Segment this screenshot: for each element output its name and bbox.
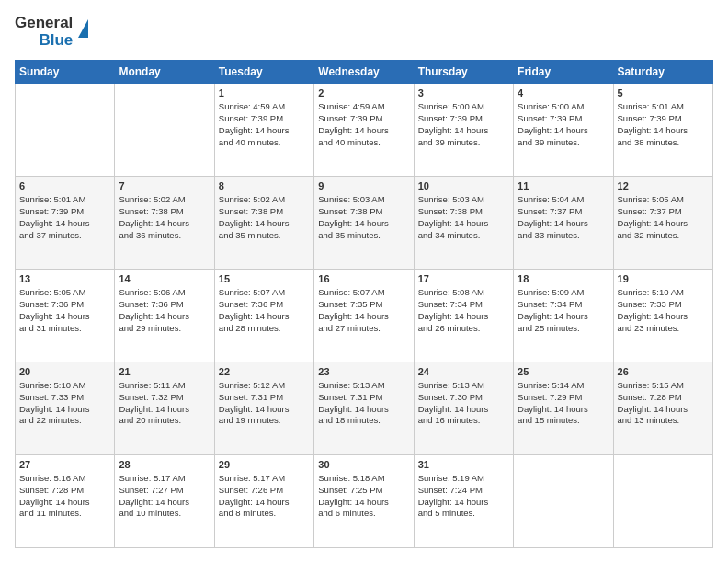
cell-line: Sunset: 7:39 PM xyxy=(219,113,310,125)
cell-line: Daylight: 14 hours xyxy=(418,125,509,137)
cell-line: and 40 minutes. xyxy=(219,137,310,149)
cell-line: Sunset: 7:35 PM xyxy=(318,299,409,311)
day-number: 21 xyxy=(119,365,210,379)
cell-line: Sunrise: 4:59 AM xyxy=(219,101,310,113)
logo-general: General xyxy=(15,15,73,32)
calendar-cell: 14Sunrise: 5:06 AMSunset: 7:36 PMDayligh… xyxy=(115,270,214,362)
day-number: 29 xyxy=(219,458,310,472)
cell-line: Sunset: 7:38 PM xyxy=(219,206,310,218)
calendar-cell xyxy=(613,455,712,548)
cell-line: and 10 minutes. xyxy=(119,508,210,520)
cell-line: Sunset: 7:29 PM xyxy=(518,392,609,404)
cell-line: and 27 minutes. xyxy=(318,323,409,335)
calendar-cell: 24Sunrise: 5:13 AMSunset: 7:30 PMDayligh… xyxy=(414,362,513,455)
calendar-cell: 12Sunrise: 5:05 AMSunset: 7:37 PMDayligh… xyxy=(613,177,712,270)
cell-line: and 36 minutes. xyxy=(119,230,210,242)
cell-line: Sunset: 7:31 PM xyxy=(318,392,409,404)
cell-line: Sunrise: 5:02 AM xyxy=(219,194,310,206)
calendar-cell: 27Sunrise: 5:16 AMSunset: 7:28 PMDayligh… xyxy=(16,455,115,548)
cell-line: Daylight: 14 hours xyxy=(518,311,609,323)
cell-line: Daylight: 14 hours xyxy=(119,218,210,230)
calendar-table: SundayMondayTuesdayWednesdayThursdayFrid… xyxy=(15,60,713,548)
day-number: 17 xyxy=(418,272,509,286)
calendar-cell: 13Sunrise: 5:05 AMSunset: 7:36 PMDayligh… xyxy=(16,270,115,362)
cell-line: Sunset: 7:27 PM xyxy=(119,485,210,497)
cell-line: and 29 minutes. xyxy=(119,323,210,335)
calendar-cell: 8Sunrise: 5:02 AMSunset: 7:38 PMDaylight… xyxy=(214,177,313,270)
cell-line: Sunset: 7:26 PM xyxy=(219,485,310,497)
calendar-cell: 22Sunrise: 5:12 AMSunset: 7:31 PMDayligh… xyxy=(214,362,313,455)
cell-line: and 6 minutes. xyxy=(318,508,409,520)
calendar-cell: 7Sunrise: 5:02 AMSunset: 7:38 PMDaylight… xyxy=(115,177,214,270)
weekday-header: Saturday xyxy=(613,61,712,84)
day-number: 24 xyxy=(418,365,509,379)
cell-line: Sunset: 7:38 PM xyxy=(318,206,409,218)
calendar-cell: 17Sunrise: 5:08 AMSunset: 7:34 PMDayligh… xyxy=(414,270,513,362)
cell-line: Sunrise: 5:13 AM xyxy=(418,380,509,392)
calendar-cell: 29Sunrise: 5:17 AMSunset: 7:26 PMDayligh… xyxy=(214,455,313,548)
cell-line: Sunrise: 5:12 AM xyxy=(219,380,310,392)
cell-line: Daylight: 14 hours xyxy=(518,125,609,137)
cell-line: Sunrise: 5:17 AM xyxy=(119,473,210,485)
weekday-header: Friday xyxy=(514,61,613,84)
cell-line: Sunset: 7:39 PM xyxy=(518,113,609,125)
calendar-cell: 9Sunrise: 5:03 AMSunset: 7:38 PMDaylight… xyxy=(314,177,414,270)
day-number: 27 xyxy=(19,458,110,472)
calendar-cell: 15Sunrise: 5:07 AMSunset: 7:36 PMDayligh… xyxy=(214,270,313,362)
cell-line: Daylight: 14 hours xyxy=(219,311,310,323)
cell-line: Daylight: 14 hours xyxy=(618,218,709,230)
calendar-cell: 25Sunrise: 5:14 AMSunset: 7:29 PMDayligh… xyxy=(514,362,613,455)
cell-line: Daylight: 14 hours xyxy=(219,404,310,416)
cell-line: Daylight: 14 hours xyxy=(518,404,609,416)
cell-line: Sunrise: 5:07 AM xyxy=(318,287,409,299)
cell-line: Sunrise: 5:03 AM xyxy=(318,194,409,206)
cell-line: Sunrise: 5:05 AM xyxy=(19,287,110,299)
cell-line: and 40 minutes. xyxy=(318,137,409,149)
weekday-header: Monday xyxy=(115,61,214,84)
day-number: 5 xyxy=(618,86,709,100)
cell-line: Sunset: 7:34 PM xyxy=(518,299,609,311)
cell-line: and 16 minutes. xyxy=(418,415,509,427)
day-number: 2 xyxy=(318,86,409,100)
cell-line: Daylight: 14 hours xyxy=(119,497,210,509)
cell-line: Daylight: 14 hours xyxy=(19,311,110,323)
cell-line: Sunrise: 5:00 AM xyxy=(418,101,509,113)
cell-line: and 13 minutes. xyxy=(618,415,709,427)
cell-line: Sunset: 7:39 PM xyxy=(418,113,509,125)
cell-line: Daylight: 14 hours xyxy=(119,311,210,323)
day-number: 22 xyxy=(219,365,310,379)
day-number: 4 xyxy=(518,86,609,100)
calendar-cell: 11Sunrise: 5:04 AMSunset: 7:37 PMDayligh… xyxy=(514,177,613,270)
day-number: 19 xyxy=(618,272,709,286)
cell-line: and 39 minutes. xyxy=(418,137,509,149)
cell-line: Sunset: 7:39 PM xyxy=(618,113,709,125)
cell-line: and 39 minutes. xyxy=(518,137,609,149)
cell-line: and 25 minutes. xyxy=(518,323,609,335)
cell-line: Daylight: 14 hours xyxy=(119,404,210,416)
calendar-cell: 30Sunrise: 5:18 AMSunset: 7:25 PMDayligh… xyxy=(314,455,414,548)
logo-triangle-icon xyxy=(78,19,88,38)
cell-line: Daylight: 14 hours xyxy=(518,218,609,230)
cell-line: Sunset: 7:25 PM xyxy=(318,485,409,497)
day-number: 12 xyxy=(618,179,709,193)
cell-line: Sunrise: 5:01 AM xyxy=(618,101,709,113)
weekday-header: Sunday xyxy=(16,61,115,84)
calendar-cell: 16Sunrise: 5:07 AMSunset: 7:35 PMDayligh… xyxy=(314,270,414,362)
cell-line: Sunset: 7:36 PM xyxy=(19,299,110,311)
cell-line: and 28 minutes. xyxy=(219,323,310,335)
cell-line: Sunrise: 5:18 AM xyxy=(318,473,409,485)
cell-line: Sunrise: 5:08 AM xyxy=(418,287,509,299)
cell-line: Daylight: 14 hours xyxy=(418,404,509,416)
cell-line: Sunset: 7:24 PM xyxy=(418,485,509,497)
day-number: 31 xyxy=(418,458,509,472)
cell-line: Sunset: 7:28 PM xyxy=(19,485,110,497)
cell-line: Daylight: 14 hours xyxy=(19,497,110,509)
cell-line: Sunrise: 5:03 AM xyxy=(418,194,509,206)
cell-line: and 11 minutes. xyxy=(19,508,110,520)
cell-line: and 26 minutes. xyxy=(418,323,509,335)
cell-line: Sunset: 7:28 PM xyxy=(618,392,709,404)
calendar-cell: 10Sunrise: 5:03 AMSunset: 7:38 PMDayligh… xyxy=(414,177,513,270)
cell-line: Daylight: 14 hours xyxy=(19,218,110,230)
day-number: 16 xyxy=(318,272,409,286)
cell-line: Daylight: 14 hours xyxy=(219,218,310,230)
